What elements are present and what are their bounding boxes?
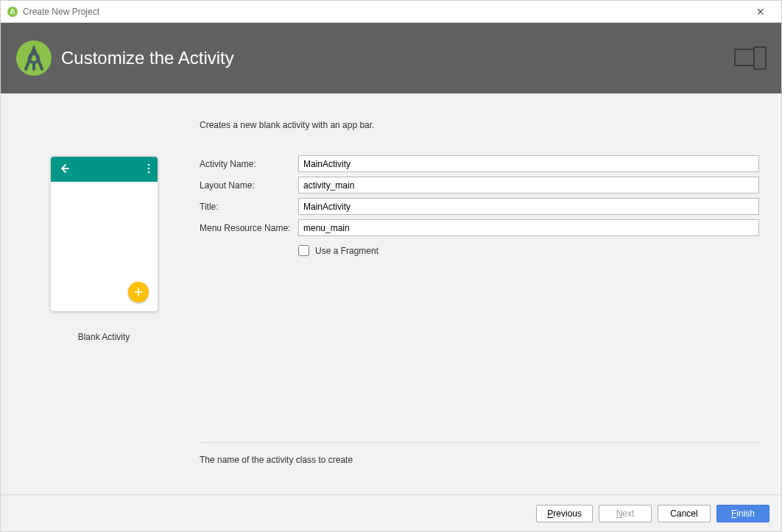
- svg-point-7: [147, 171, 149, 173]
- label-activity-name: Activity Name:: [200, 159, 298, 169]
- hint-divider: [200, 442, 759, 443]
- fab-icon: [128, 282, 149, 302]
- device-icon: [734, 46, 767, 70]
- field-hint: The name of the activity class to create: [200, 455, 759, 465]
- close-icon[interactable]: ✕: [746, 6, 775, 18]
- input-activity-name[interactable]: [298, 155, 759, 172]
- svg-point-5: [147, 163, 149, 166]
- input-layout-name[interactable]: [298, 177, 759, 194]
- row-menu-resource: Menu Resource Name:: [200, 219, 759, 236]
- wizard-footer: Previous Next Cancel Finish: [1, 494, 781, 531]
- input-menu-resource[interactable]: [298, 219, 759, 236]
- app-icon: [7, 6, 18, 18]
- overflow-menu-icon: [147, 163, 150, 176]
- preview-column: Blank Activity: [15, 116, 192, 480]
- form-description: Creates a new blank activity with an app…: [200, 120, 759, 130]
- titlebar: Create New Project ✕: [1, 1, 781, 23]
- label-title: Title:: [200, 202, 298, 212]
- label-menu-resource: Menu Resource Name:: [200, 223, 298, 233]
- previous-button[interactable]: Previous: [536, 505, 593, 522]
- svg-point-6: [147, 167, 149, 169]
- checkbox-use-fragment[interactable]: [298, 245, 309, 256]
- row-use-fragment: Use a Fragment: [298, 245, 759, 256]
- finish-button[interactable]: Finish: [716, 505, 769, 522]
- row-layout-name: Layout Name:: [200, 177, 759, 194]
- window-title: Create New Project: [23, 7, 746, 17]
- cancel-button[interactable]: Cancel: [658, 505, 711, 522]
- page-title: Customize the Activity: [61, 48, 734, 68]
- row-activity-name: Activity Name:: [200, 155, 759, 172]
- wizard-header: Customize the Activity: [1, 23, 781, 93]
- activity-preview: [51, 157, 158, 311]
- form-column: Creates a new blank activity with an app…: [192, 116, 767, 480]
- content-area: Blank Activity Creates a new blank activ…: [1, 93, 781, 494]
- input-title[interactable]: [298, 198, 759, 215]
- row-title: Title:: [200, 198, 759, 215]
- preview-label: Blank Activity: [78, 332, 130, 342]
- next-button: Next: [599, 505, 652, 522]
- back-arrow-icon: [58, 163, 70, 177]
- preview-appbar: [51, 157, 158, 182]
- svg-rect-4: [754, 47, 766, 69]
- android-studio-logo-icon: [15, 40, 52, 77]
- label-layout-name: Layout Name:: [200, 180, 298, 191]
- label-use-fragment: Use a Fragment: [315, 246, 378, 256]
